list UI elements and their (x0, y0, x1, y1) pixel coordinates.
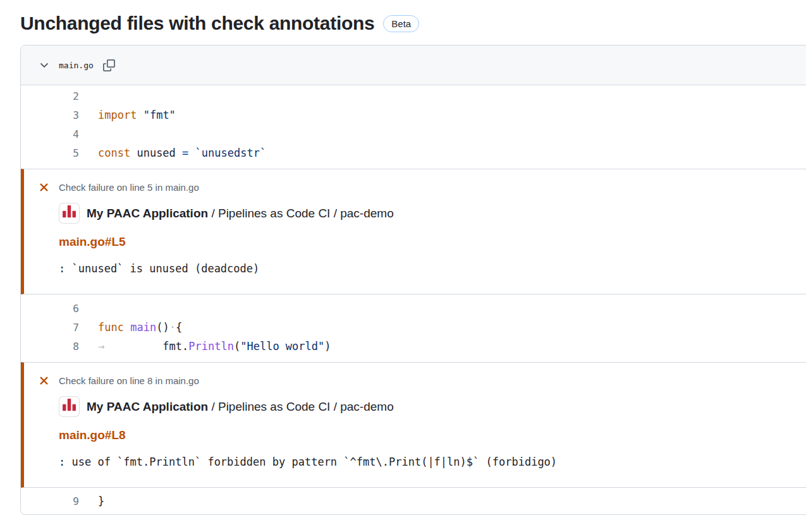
pipelines-logo-icon (59, 397, 79, 416)
file-body: 23import "fmt"45const unused = `unusedst… (21, 85, 806, 514)
check-run-title: My PAAC Application / Pipelines as Code … (87, 400, 394, 414)
code-content: import "fmt" (79, 109, 176, 121)
beta-badge: Beta (383, 15, 419, 32)
line-number: 5 (21, 147, 79, 159)
app-avatar (59, 203, 80, 224)
line-number: 2 (21, 90, 79, 102)
annotation-title: Check failure on line 5 in main.go (59, 182, 199, 193)
file-card: main.go 23import "fmt"45const unused = `… (20, 45, 806, 515)
annotation-file-link[interactable]: main.go#L5 (59, 235, 126, 249)
check-run-row: My PAAC Application / Pipelines as Code … (59, 203, 801, 224)
code-line: 4 (21, 124, 806, 143)
code-line: 2 (21, 87, 806, 106)
code-content: func main()·{ (79, 321, 182, 334)
chevron-down-icon[interactable] (39, 60, 49, 70)
annotation-header: Check failure on line 8 in main.go (39, 375, 801, 386)
code-line: 9} (21, 492, 806, 511)
code-line: 3import "fmt" (21, 106, 806, 124)
annotation-message: : `unused` is unused (deadcode) (59, 262, 801, 275)
annotation-title: Check failure on line 8 in main.go (59, 375, 199, 386)
annotation-body: My PAAC Application / Pipelines as Code … (59, 203, 801, 275)
line-number: 8 (21, 341, 79, 353)
line-number: 7 (21, 322, 79, 334)
line-number: 6 (21, 303, 79, 315)
check-annotation: Check failure on line 5 in main.go My PA… (21, 169, 806, 294)
page-title-text: Unchanged files with check annotations (20, 13, 374, 34)
check-run-row: My PAAC Application / Pipelines as Code … (59, 396, 801, 417)
pipelines-logo-icon (59, 203, 79, 223)
check-run-path: / Pipelines as Code CI / pac-demo (208, 400, 394, 413)
check-annotation: Check failure on line 8 in main.go My PA… (21, 362, 806, 488)
check-run-title: My PAAC Application / Pipelines as Code … (87, 207, 394, 221)
app-avatar (59, 396, 80, 417)
code-block: 9} (21, 488, 806, 514)
file-name: main.go (59, 61, 94, 70)
page-title: Unchanged files with check annotations B… (20, 13, 806, 34)
line-number: 3 (21, 109, 79, 121)
code-line: 5const unused = `unusedstr` (21, 143, 806, 162)
line-number: 4 (21, 128, 79, 140)
check-failure-x-icon (39, 182, 49, 193)
check-run-path: / Pipelines as Code CI / pac-demo (208, 207, 394, 220)
code-block: 23import "fmt"45const unused = `unusedst… (21, 85, 806, 169)
code-line: 8→ fmt.Println("Hello world") (21, 337, 806, 356)
code-line: 6 (21, 299, 806, 318)
code-content: → fmt.Println("Hello world") (79, 340, 331, 353)
code-content: const unused = `unusedstr` (79, 147, 266, 159)
annotation-message: : use of `fmt.Println` forbidden by patt… (59, 456, 801, 468)
code-line: 7func main()·{ (21, 318, 806, 337)
code-content: } (79, 495, 104, 507)
file-header[interactable]: main.go (21, 45, 806, 85)
check-failure-x-icon (39, 375, 49, 386)
annotation-body: My PAAC Application / Pipelines as Code … (59, 396, 801, 468)
annotation-header: Check failure on line 5 in main.go (39, 182, 801, 193)
annotation-file-link[interactable]: main.go#L8 (59, 428, 126, 442)
line-number: 9 (21, 495, 79, 507)
copy-icon[interactable] (103, 59, 115, 71)
app-name: My PAAC Application (87, 400, 208, 413)
code-block: 67func main()·{8→ fmt.Println("Hello wor… (21, 294, 806, 362)
app-name: My PAAC Application (87, 207, 208, 220)
